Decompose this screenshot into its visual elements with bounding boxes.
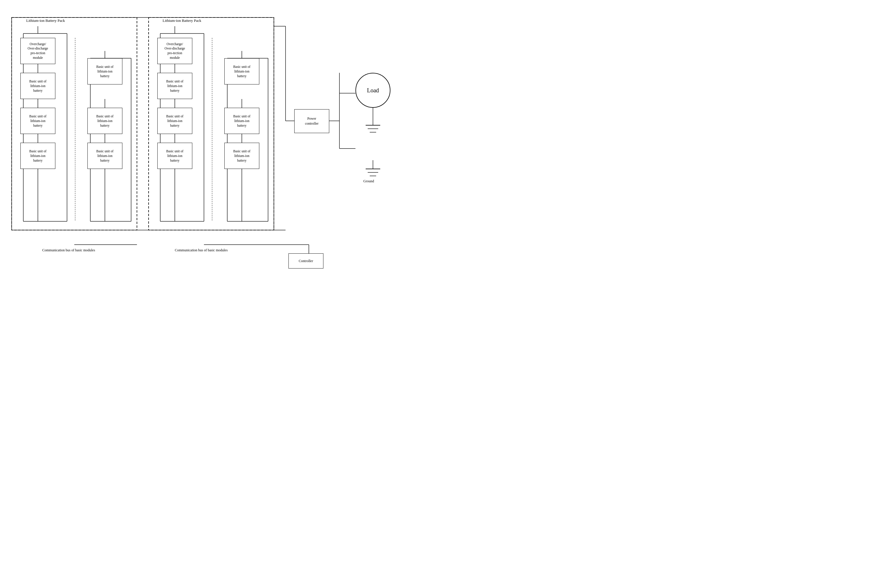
right-col1-basic-unit-2: Basic unit oflithium-ionbattery [157,108,192,134]
right-col2-basic-unit-2: Basic unit oflithium-ionbattery [224,108,259,134]
right-col2-basic-unit-3: Basic unit oflithium-ionbattery [224,143,259,169]
left-col2-basic-unit-2: Basic unit oflithium-ionbattery [87,108,122,134]
left-col1-basic-unit-2: Basic unit oflithium-ionbattery [20,108,56,134]
comm-bus-label-right: Communication bus of basic modules [175,248,228,252]
right-col1-basic-unit-1: Basic unit oflithium-ionbattery [157,73,192,99]
left-col1-basic-unit-1: Basic unit oflithium-ionbattery [20,73,56,99]
right-col2-basic-unit-1: Basic unit oflithium-ionbattery [224,58,259,84]
left-col1-basic-unit-3: Basic unit oflithium-ionbattery [20,143,56,169]
left-col2-basic-unit-1: Basic unit oflithium-ionbattery [87,58,122,84]
controller-box: Controller [288,254,323,268]
left-overcharge-box: Overcharge/Over-dischargepro-tectionmodu… [20,38,56,64]
power-controller-box: Powercontroller [294,109,329,133]
right-col1-basic-unit-3: Basic unit oflithium-ionbattery [157,143,192,169]
right-overcharge-box: Overcharge/Over-dischargepro-tectionmodu… [157,38,192,64]
load-circle: Load [356,73,390,108]
diagram-container: Lithium-ion Battery Pack Lithium-ion Bat… [0,0,438,294]
comm-bus-label-left: Communication bus of basic modules [42,248,95,252]
left-col2-basic-unit-3: Basic unit oflithium-ionbattery [87,143,122,169]
right-battery-pack-label: Lithium-ion Battery Pack [162,18,201,23]
left-battery-pack-label: Lithium-ion Battery Pack [26,18,65,23]
ground-symbol-svg [361,108,387,181]
